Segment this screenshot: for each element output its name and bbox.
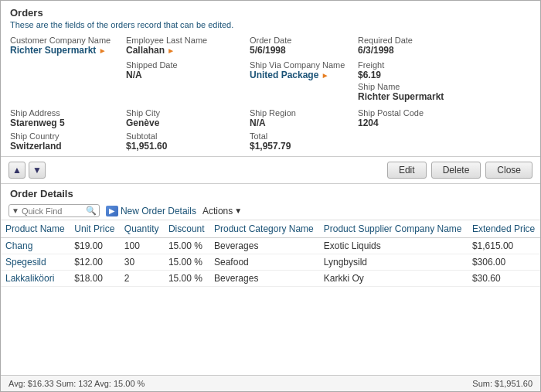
details-table-wrap: Product Name Unit Price Quantity Discoun…	[1, 220, 540, 375]
actions-button[interactable]: Actions ▼	[202, 206, 242, 216]
ship-city-group: Ship City Genève Subtotal $1,951.60	[126, 108, 250, 152]
ship-country-label: Ship Country	[10, 131, 126, 141]
ship-via-value[interactable]: United Package ►	[250, 70, 358, 80]
col-category: Product Category Name	[209, 220, 319, 238]
order-date-group: Order Date 5/6/1998 Ship Via Company Nam…	[250, 36, 358, 102]
ship-name-label: Ship Name	[358, 82, 481, 91]
supplier-cell: Karkki Oy	[319, 271, 468, 287]
required-date-label: Required Date	[358, 36, 481, 45]
ship-region-value: N/A	[250, 118, 358, 128]
total-label: Total	[250, 131, 358, 141]
actions-chevron-icon: ▼	[234, 206, 242, 215]
ship-postal-group: Ship Postal Code 1204	[358, 108, 481, 152]
orders-title: Orders	[10, 7, 531, 19]
discount-cell: 15.00 %	[164, 254, 209, 271]
unit-price-cell: $19.00	[70, 238, 119, 254]
extended-cell: $30.60	[468, 271, 540, 287]
extended-cell: $1,615.00	[468, 238, 540, 254]
ship-name-value: Richter Supermarkt	[358, 91, 481, 102]
ship-address-value: Starenweg 5	[10, 118, 126, 128]
product-name-cell[interactable]: Lakkaliköori	[1, 271, 70, 287]
new-order-details-label: New Order Details	[121, 206, 196, 216]
new-order-details-button[interactable]: ▶ New Order Details	[106, 206, 196, 216]
ship-via-label: Ship Via Company Name	[250, 60, 358, 70]
quantity-cell: 100	[120, 238, 164, 254]
fields-grid: Customer Company Name Richter Supermarkt…	[10, 36, 531, 102]
order-details-section: Order Details ▼ 🔍 ▶ New Order Details Ac…	[1, 184, 540, 391]
ship-via-arrow-icon: ►	[322, 71, 329, 80]
ship-region-group: Ship Region N/A Total $1,957.79	[250, 108, 358, 152]
customer-company-label: Customer Company Name	[10, 36, 126, 45]
footer-right: Sum: $1,951.60	[472, 379, 532, 388]
orders-subtitle: These are the fields of the orders recor…	[10, 20, 531, 29]
col-product-name: Product Name	[1, 220, 70, 238]
ship-postal-value: 1204	[358, 118, 481, 128]
search-icon: 🔍	[86, 206, 97, 216]
col-quantity: Quantity	[120, 220, 164, 238]
customer-company-value[interactable]: Richter Supermarkt ►	[10, 45, 126, 56]
close-button[interactable]: Close	[485, 162, 532, 179]
freight-value: $6.19	[358, 70, 481, 80]
col-supplier: Product Supplier Company Name	[319, 220, 468, 238]
quickfind-input[interactable]	[22, 206, 83, 216]
quickfind-dropdown-icon[interactable]: ▼	[12, 206, 19, 215]
orders-section: Orders These are the fields of the order…	[1, 1, 540, 157]
table-row: Lakkaliköori $18.00 2 15.00 % Beverages …	[1, 271, 540, 287]
toolbar-row: ▲ ▼ Edit Delete Close	[1, 157, 540, 184]
freight-label: Freight	[358, 60, 481, 70]
actions-label: Actions	[202, 206, 233, 216]
quantity-cell: 2	[120, 271, 164, 287]
discount-cell: 15.00 %	[164, 238, 209, 254]
table-header: Product Name Unit Price Quantity Discoun…	[1, 220, 540, 238]
ship-postal-label: Ship Postal Code	[358, 108, 481, 118]
product-name-cell[interactable]: Spegesild	[1, 254, 70, 271]
ship-country-value: Switzerland	[10, 141, 126, 152]
ship-city-label: Ship City	[126, 108, 250, 118]
table-row: Chang $19.00 100 15.00 % Beverages Exoti…	[1, 238, 540, 254]
employee-lastname-label: Employee Last Name	[126, 36, 250, 45]
shipped-date-value: N/A	[126, 70, 250, 80]
category-cell: Seafood	[209, 254, 319, 271]
quickfind-wrap: ▼ 🔍	[9, 204, 100, 217]
required-date-group: Required Date 6/3/1998 Freight $6.19 Shi…	[358, 36, 481, 102]
order-details-title: Order Details	[1, 184, 540, 202]
required-date-value: 6/3/1998	[358, 45, 481, 56]
ship-city-value: Genève	[126, 118, 250, 128]
employee-arrow-icon: ►	[167, 46, 175, 55]
edit-button[interactable]: Edit	[387, 162, 427, 179]
customer-company-group: Customer Company Name Richter Supermarkt…	[10, 36, 126, 102]
move-up-button[interactable]: ▲	[9, 162, 26, 179]
new-order-icon: ▶	[106, 206, 118, 216]
category-cell: Beverages	[209, 238, 319, 254]
col-discount: Discount	[164, 220, 209, 238]
unit-price-cell: $12.00	[70, 254, 119, 271]
page-wrapper: Orders These are the fields of the order…	[0, 0, 541, 392]
table-row: Spegesild $12.00 30 15.00 % Seafood Lyng…	[1, 254, 540, 271]
extended-cell: $306.00	[468, 254, 540, 271]
footer-left: Avg: $16.33 Sum: 132 Avg: 15.00 %	[9, 379, 145, 388]
customer-company-arrow-icon: ►	[99, 46, 107, 55]
move-down-button[interactable]: ▼	[29, 162, 46, 179]
address-grid: Ship Address Starenweg 5 Ship Country Sw…	[10, 108, 531, 152]
employee-lastname-group: Employee Last Name Callahan ► Shipped Da…	[126, 36, 250, 102]
order-date-value: 5/6/1998	[250, 45, 358, 56]
employee-lastname-value: Callahan ►	[126, 45, 250, 56]
supplier-cell: Exotic Liquids	[319, 238, 468, 254]
supplier-cell: Lyngbysild	[319, 254, 468, 271]
product-name-cell[interactable]: Chang	[1, 238, 70, 254]
order-details-table: Product Name Unit Price Quantity Discoun…	[1, 220, 540, 287]
discount-cell: 15.00 %	[164, 271, 209, 287]
ship-region-label: Ship Region	[250, 108, 358, 118]
total-value: $1,957.79	[250, 141, 358, 152]
delete-button[interactable]: Delete	[431, 162, 481, 179]
ship-address-label: Ship Address	[10, 108, 126, 118]
quantity-cell: 30	[120, 254, 164, 271]
order-details-tbody: Chang $19.00 100 15.00 % Beverages Exoti…	[1, 238, 540, 287]
toolbar-right: Edit Delete Close	[387, 162, 532, 179]
toolbar-left: ▲ ▼	[9, 162, 46, 179]
category-cell: Beverages	[209, 271, 319, 287]
col-unit-price: Unit Price	[70, 220, 119, 238]
details-toolbar: ▼ 🔍 ▶ New Order Details Actions ▼	[1, 202, 540, 220]
shipped-date-label: Shipped Date	[126, 60, 250, 70]
order-date-label: Order Date	[250, 36, 358, 45]
